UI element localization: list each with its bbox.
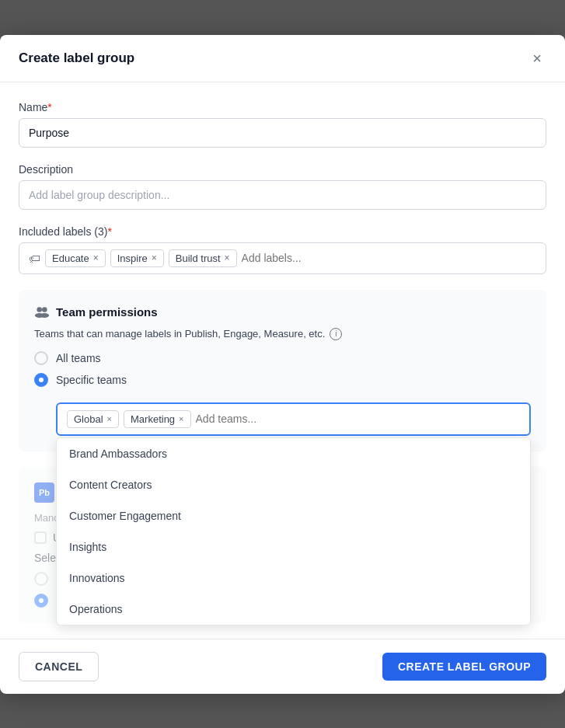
all-teams-radio[interactable]: All teams <box>34 351 531 365</box>
team-icon <box>34 305 50 318</box>
team-permissions-section: Team permissions Teams that can manage l… <box>19 290 546 451</box>
team-global-text: Global <box>74 413 103 425</box>
checkbox <box>34 531 47 544</box>
remove-build-trust-button[interactable]: × <box>225 253 230 263</box>
all-teams-radio-circle <box>34 351 48 365</box>
included-labels-group: Included labels (3)* 🏷 Educate × Inspire… <box>19 225 546 274</box>
dropdown-item-brand-ambassadors[interactable]: Brand Ambassadors <box>57 438 530 469</box>
name-label: Name* <box>19 101 546 113</box>
svg-point-1 <box>42 307 47 312</box>
teams-dropdown: Brand Ambassadors Content Creators Custo… <box>56 437 531 625</box>
name-input[interactable] <box>19 118 546 148</box>
tag-icon: 🏷 <box>29 252 40 265</box>
name-field-group: Name* <box>19 101 546 148</box>
permissions-title: Team permissions <box>56 305 158 319</box>
select-one-radio-circle <box>34 572 48 586</box>
cancel-button[interactable]: CANCEL <box>19 652 99 681</box>
permissions-header: Team permissions <box>34 305 531 319</box>
specific-teams-radio-circle <box>34 373 48 387</box>
modal-header: Create label group × <box>0 35 565 82</box>
tag-inspire: Inspire × <box>110 249 164 267</box>
team-tag-global: Global × <box>67 410 119 428</box>
remove-marketing-button[interactable]: × <box>179 414 183 423</box>
specific-teams-label: Specific teams <box>56 374 127 386</box>
tag-educate-text: Educate <box>52 253 89 264</box>
svg-point-3 <box>40 313 50 318</box>
remove-global-button[interactable]: × <box>107 414 112 423</box>
tag-build-trust-text: Build trust <box>176 253 221 264</box>
teams-input-box[interactable]: Global × Marketing × <box>56 402 531 436</box>
create-label-group-modal: Create label group × Name* Description I… <box>0 35 565 694</box>
description-field-group: Description <box>19 163 546 210</box>
description-input[interactable] <box>19 180 546 210</box>
add-labels-input[interactable] <box>242 252 536 264</box>
dropdown-item-content-creators[interactable]: Content Creators <box>57 469 530 500</box>
add-teams-input[interactable] <box>196 413 520 425</box>
svg-point-0 <box>37 307 42 312</box>
dropdown-item-innovations[interactable]: Innovations <box>57 563 530 594</box>
pb-icon: Pb <box>34 482 54 503</box>
team-tag-marketing: Marketing × <box>124 410 191 428</box>
specific-teams-radio[interactable]: Specific teams <box>34 373 531 387</box>
remove-educate-button[interactable]: × <box>93 253 99 263</box>
tag-educate: Educate × <box>45 249 106 267</box>
dropdown-item-insights[interactable]: Insights <box>57 531 530 563</box>
all-teams-label: All teams <box>56 352 101 364</box>
description-label: Description <box>19 163 546 176</box>
tag-build-trust: Build trust × <box>169 249 237 267</box>
close-button[interactable]: × <box>528 49 546 68</box>
team-radio-group: All teams Specific teams Global × Market… <box>34 351 531 436</box>
teams-input-wrapper: Global × Marketing × Brand Ambassadors C… <box>56 402 531 436</box>
select-more-radio-circle <box>34 594 48 608</box>
info-icon[interactable]: i <box>330 328 342 340</box>
modal-body: Name* Description Included labels (3)* 🏷… <box>0 82 565 623</box>
labels-tags-container[interactable]: 🏷 Educate × Inspire × Build trust × <box>19 242 546 274</box>
included-labels-label: Included labels (3)* <box>19 225 546 238</box>
tag-inspire-text: Inspire <box>117 253 148 264</box>
dropdown-item-operations[interactable]: Operations <box>57 594 530 625</box>
modal-footer: CANCEL CREATE LABEL GROUP <box>0 639 565 694</box>
dropdown-item-customer-engagement[interactable]: Customer Engagement <box>57 500 530 531</box>
modal-title: Create label group <box>19 51 134 66</box>
remove-inspire-button[interactable]: × <box>152 253 157 263</box>
create-label-group-button[interactable]: CREATE LABEL GROUP <box>382 653 546 681</box>
permissions-description: Teams that can manage labels in Publish,… <box>34 328 531 340</box>
team-marketing-text: Marketing <box>131 413 175 425</box>
